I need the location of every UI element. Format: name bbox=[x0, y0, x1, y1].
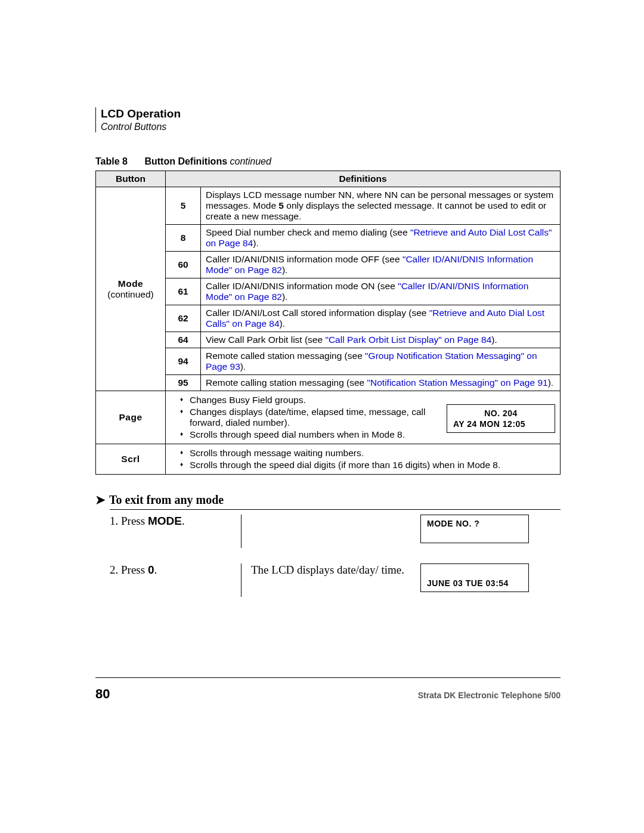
section-subtitle: Control Buttons bbox=[101, 122, 561, 132]
page-header: LCD Operation Control Buttons bbox=[95, 107, 561, 132]
cell-num: 61 bbox=[166, 278, 201, 305]
cell-def: Remote called station messaging (see "Gr… bbox=[201, 348, 561, 375]
cell-mode-button: Mode (continued) bbox=[96, 187, 166, 391]
cell-def: View Call Park Orbit list (see "Call Par… bbox=[201, 332, 561, 348]
th-definitions: Definitions bbox=[166, 171, 561, 187]
cross-ref-link[interactable]: "Call Park Orbit List Display" on Page 8… bbox=[325, 335, 491, 345]
cell-num: 94 bbox=[166, 348, 201, 375]
footer-text: Strata DK Electronic Telephone 5/00 bbox=[418, 690, 561, 700]
step-desc: The LCD displays date/day/ time. bbox=[242, 563, 416, 577]
cell-def: Caller ID/ANI/DNIS information mode ON (… bbox=[201, 278, 561, 305]
cross-ref-link[interactable]: "Notification Station Messaging" on Page… bbox=[367, 377, 548, 388]
cell-num: 5 bbox=[166, 187, 201, 225]
cell-num: 8 bbox=[166, 225, 201, 252]
procedure-heading: ➤To exit from any mode bbox=[95, 493, 561, 507]
bullet-item: Changes Busy Field groups. bbox=[181, 395, 442, 405]
table-caption: Table 8 Button Definitions continued bbox=[95, 156, 561, 167]
lcd-display: NO. 204 AY 24 MON 12:05 bbox=[447, 404, 555, 433]
step-action: 2. Press 0. bbox=[110, 563, 242, 597]
cell-num: 95 bbox=[166, 375, 201, 391]
step-action: 1. Press MODE. bbox=[110, 515, 242, 548]
cell-def: Caller ID/ANI/Lost Call stored informati… bbox=[201, 305, 561, 332]
cell-num: 60 bbox=[166, 252, 201, 278]
cell-scrl-def: Scrolls through message waiting numbers.… bbox=[166, 444, 561, 475]
th-button: Button bbox=[96, 171, 166, 187]
footer-rule bbox=[95, 677, 561, 678]
bullet-item: Scrolls through speed dial numbers when … bbox=[181, 429, 442, 440]
procedure-row: 2. Press 0. The LCD displays date/day/ t… bbox=[110, 563, 561, 597]
procedure-row: 1. Press MODE. MODE NO. ? bbox=[110, 515, 561, 548]
lcd-display: MODE NO. ? bbox=[420, 515, 529, 543]
procedure-steps: 1. Press MODE. MODE NO. ? 2. Press 0. Th… bbox=[110, 509, 561, 597]
bullet-item: Changes displays (date/time, elapsed tim… bbox=[181, 407, 442, 428]
cell-scrl-button: Scrl bbox=[96, 444, 166, 475]
page-number: 80 bbox=[95, 686, 110, 702]
cell-def: Remote calling station messaging (see "N… bbox=[201, 375, 561, 391]
section-title: LCD Operation bbox=[101, 107, 561, 120]
bullet-item: Scrolls through message waiting numbers. bbox=[181, 448, 555, 459]
arrow-icon: ➤ bbox=[95, 493, 106, 506]
cell-def: Speed Dial number check and memo dialing… bbox=[201, 225, 561, 252]
cell-page-def: Changes Busy Field groups. Changes displ… bbox=[166, 391, 561, 444]
lcd-display: JUNE 03 TUE 03:54 bbox=[420, 563, 529, 592]
cell-num: 64 bbox=[166, 332, 201, 348]
cell-def: Caller ID/ANI/DNIS information mode OFF … bbox=[201, 252, 561, 278]
cell-def: Displays LCD message number NN, where NN… bbox=[201, 187, 561, 225]
button-definitions-table: Button Definitions Mode (continued) 5 Di… bbox=[95, 171, 561, 475]
bullet-item: Scrolls through the speed dial digits (i… bbox=[181, 460, 555, 470]
cell-page-button: Page bbox=[96, 391, 166, 444]
document-page: LCD Operation Control Buttons Table 8 Bu… bbox=[0, 0, 644, 833]
cell-num: 62 bbox=[166, 305, 201, 332]
